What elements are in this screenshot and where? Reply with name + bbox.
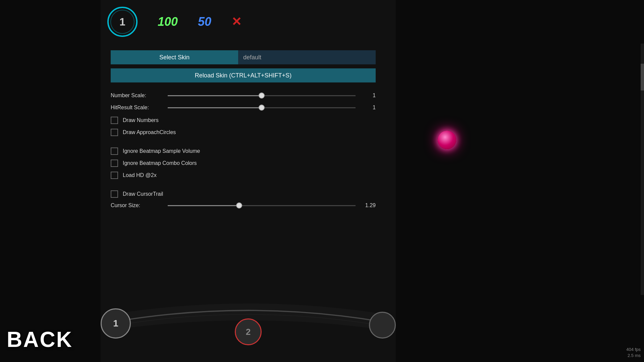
top-bar: 1 100 50 ✕ [101,3,396,40]
hit-circle: 1 [107,7,138,37]
draw-numbers-row: Draw Numbers [111,117,376,124]
draw-approach-row: Draw ApproachCircles [111,129,376,136]
score-50: 50 [198,15,211,29]
number-scale-label: Number Scale: [111,93,164,99]
settings-content: Select Skin default Reload Skin (CTRL+AL… [101,44,392,221]
close-button[interactable]: ✕ [231,15,241,29]
load-hd-label: Load HD @2x [123,172,157,178]
bottom-bar: 1 2 [101,292,396,335]
ignore-beatmap-combo-checkbox[interactable] [111,160,118,167]
cursor-size-value: 1.29 [359,202,376,208]
hit-circle-number: 1 [119,16,125,28]
draw-numbers-label: Draw Numbers [123,117,159,123]
scrollbar-thumb[interactable] [641,64,644,90]
draw-cursor-trail-label: Draw CursorTrail [123,191,163,197]
score-100: 100 [158,15,178,29]
draw-cursor-trail-checkbox[interactable] [111,190,118,198]
reload-skin-button[interactable]: Reload Skin (CTRL+ALT+SHIFT+S) [111,68,376,82]
cursor-size-fill [168,205,239,206]
number-scale-fill [168,95,262,96]
hitresult-scale-label: HitResult Scale: [111,105,164,111]
circle-left-number: 1 [113,318,118,329]
skin-name-display: default [238,50,376,64]
load-hd-row: Load HD @2x [111,172,376,179]
draw-numbers-checkbox[interactable] [111,117,118,124]
spacer-1 [111,141,382,147]
circle-center-number: 2 [246,327,251,337]
cursor-size-label: Cursor Size: [111,202,164,208]
ignore-beatmap-combo-label: Ignore Beatmap Combo Colors [123,160,197,166]
number-scale-row: Number Scale: 1 [111,93,376,99]
number-scale-track[interactable] [168,95,356,96]
draw-approach-label: Draw ApproachCircles [123,129,176,135]
ms-value: 2.5 ms [626,353,641,359]
circle-right [369,312,396,339]
hitresult-scale-row: HitResult Scale: 1 [111,105,376,111]
ignore-beatmap-volume-row: Ignore Beatmap Sample Volume [111,147,376,155]
spacer-2 [111,184,382,190]
left-panel [0,0,101,362]
hitresult-scale-track[interactable] [168,107,356,108]
number-scale-value: 1 [359,93,376,99]
number-scale-thumb[interactable] [259,93,265,99]
hitresult-scale-thumb[interactable] [259,105,265,111]
ignore-beatmap-combo-row: Ignore Beatmap Combo Colors [111,160,376,167]
ignore-beatmap-volume-checkbox[interactable] [111,147,118,155]
draw-approach-checkbox[interactable] [111,129,118,136]
back-button[interactable]: BACK [7,327,73,352]
cursor-size-track[interactable] [168,205,356,206]
skin-row: Select Skin default [111,50,376,64]
scrollbar[interactable] [641,44,644,295]
draw-cursor-trail-row: Draw CursorTrail [111,190,376,198]
ignore-beatmap-volume-label: Ignore Beatmap Sample Volume [123,148,200,154]
fps-counter: 404 fps 2.5 ms [626,347,641,359]
fps-value: 404 fps [626,347,641,353]
circle-left[interactable]: 1 [101,308,131,339]
hitresult-scale-value: 1 [359,105,376,111]
circle-center: 2 [235,318,262,345]
cursor-orb [438,131,456,149]
right-panel [396,0,644,362]
load-hd-checkbox[interactable] [111,172,118,179]
cursor-size-thumb[interactable] [236,202,242,208]
hitresult-scale-fill [168,107,262,108]
select-skin-button[interactable]: Select Skin [111,50,238,64]
cursor-size-row: Cursor Size: 1.29 [111,202,376,208]
